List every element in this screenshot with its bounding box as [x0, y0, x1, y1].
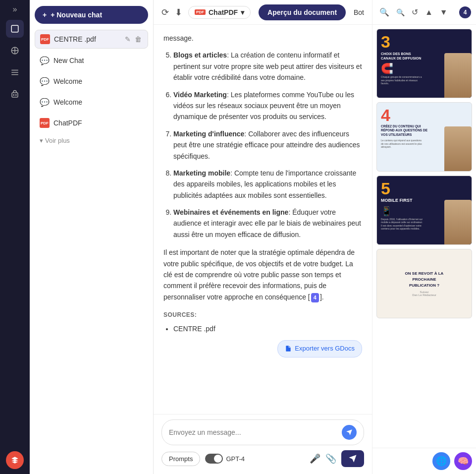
sidebar-icon-bot[interactable] [6, 85, 24, 103]
chatpdf-dropdown[interactable]: PDF ChatPDF ▾ [188, 6, 251, 19]
sources-section: SOURCES: CENTRE .pdf [163, 310, 362, 334]
chat-item-welcome-1[interactable]: 💬 Welcome [35, 72, 148, 90]
page-5-number: 5 [381, 180, 390, 197]
sidebar-bottom-action[interactable] [6, 451, 24, 469]
pdf-icon: PDF [40, 34, 50, 44]
chat-item-label: CENTRE .pdf [54, 35, 96, 43]
voir-plus-arrow: ▾ [40, 137, 43, 144]
chat-item-label-3: Welcome [53, 98, 82, 106]
citation-badge[interactable]: 4 [311, 293, 319, 303]
page-5-text: Depuis 2016, l'utilisation d'Internet su… [381, 218, 423, 231]
page-4-title: CRÉEZ DU CONTENU QUIRÉPOND AUX QUESTIONS… [381, 124, 427, 137]
apercu-button[interactable]: Aperçu du document [259, 4, 346, 20]
next-page-button[interactable]: ▼ [438, 7, 450, 18]
doc-page-5[interactable]: 5 MOBILE FIRST 📱 Depuis 2016, l'utilisat… [376, 176, 472, 245]
item-8-title: Marketing mobile [173, 169, 230, 177]
page-5-phone: 📱 [381, 206, 392, 217]
main-area: ⟳ ⬇ PDF ChatPDF ▾ Aperçu du document Bot… [154, 0, 372, 474]
page-3-magnet: 🧲 [381, 62, 393, 74]
list-item-9: Webinaires et événements en ligne: Éduqu… [173, 207, 362, 240]
source-item: CENTRE .pdf [173, 323, 362, 334]
sources-label: SOURCES: [163, 310, 362, 320]
chat-icon-3: 💬 [40, 97, 50, 107]
chatpdf-label: ChatPDF [209, 8, 238, 16]
item-5-title: Blogs et articles [173, 51, 227, 59]
chat-item-label-4: ChatPDF [53, 119, 82, 127]
doc-page-3[interactable]: 3 CHOIX DES BONSCANAUX DE DIFFUSION 🧲 Ch… [376, 29, 472, 98]
edit-icon[interactable]: ✎ [124, 34, 132, 44]
pdf-icon-2: PDF [40, 118, 50, 128]
model-label: GPT-4 [226, 455, 245, 463]
export-label: Exporter vers GDocs [295, 344, 355, 354]
chat-icon-2: 💬 [40, 76, 50, 86]
export-gdocs-button[interactable]: Exporter vers GDocs [277, 340, 362, 357]
page-4-number: 4 [381, 107, 390, 123]
right-panel-bottom: 🌐 🧠 [372, 448, 476, 474]
zoom-in-button[interactable]: 🔍 [394, 7, 407, 17]
message-input[interactable] [169, 428, 338, 436]
toggle-switch-control[interactable] [205, 454, 223, 464]
sidebar-expand-icon[interactable]: » [13, 5, 17, 14]
chat-item-welcome-2[interactable]: 💬 Welcome [35, 93, 148, 111]
svg-rect-0 [11, 25, 18, 32]
chat-item-label-1: New Chat [53, 57, 84, 64]
chat-list: Blogs et articles: La création de conten… [163, 50, 362, 240]
page-last-subtitle: SuivezDan Le Rédacteur [412, 291, 436, 296]
doc-page-4[interactable]: 4 CRÉEZ DU CONTENU QUIRÉPOND AUX QUESTIO… [376, 102, 472, 172]
list-item-8: Marketing mobile: Compte tenu de l'impor… [173, 168, 362, 201]
chat-item-centre-pdf[interactable]: PDF CENTRE .pdf ✎ 🗑 [35, 30, 148, 49]
chat-item-chatpdf[interactable]: PDF ChatPDF [35, 114, 148, 132]
doc-page-last[interactable]: ON SE REVOIT À LAPROCHAINEPUBLICATION ? … [376, 249, 472, 318]
page-3-number: 3 [381, 33, 390, 50]
svg-point-9 [16, 95, 17, 96]
doc-controls: 🔍 🔍 ↺ ▲ ▼ [377, 6, 450, 18]
model-toggle: GPT-4 [205, 454, 245, 464]
svg-point-8 [13, 95, 14, 96]
mic-icon[interactable]: 🎤 [310, 453, 320, 464]
new-chat-plus: + [43, 11, 47, 19]
page-3-subtitle: Chaque groupe de consommateurs ases prop… [381, 75, 422, 85]
list-item-6: Vidéo Marketing: Les plateformes comme Y… [173, 89, 362, 122]
list-item-5: Blogs et articles: La création de conten… [173, 50, 362, 83]
item-6-title: Vidéo Marketing [173, 91, 227, 99]
chat-item-actions: ✎ 🗑 [124, 34, 143, 44]
prompts-button[interactable]: Prompts [161, 452, 200, 466]
pdf-badge: PDF [195, 9, 206, 15]
new-chat-label: + Nouveau chat [51, 11, 102, 19]
right-panel: 🔍 🔍 ↺ ▲ ▼ 4 3 CHOIX DES BONSCANAUX DE DI… [372, 0, 476, 474]
list-item-7: Marketing d'influence: Collaborer avec d… [173, 128, 362, 162]
left-panel: + + Nouveau chat PDF CENTRE .pdf ✎ 🗑 💬 N… [30, 0, 154, 474]
prev-page-button[interactable]: ▲ [423, 7, 435, 18]
top-bar-controls: ⟳ ⬇ [161, 7, 182, 18]
svg-rect-7 [12, 93, 18, 97]
item-9-title: Webinaires et événements en ligne [173, 208, 288, 216]
conclusion-text: Il est important de noter que la stratég… [163, 247, 362, 302]
voir-plus-label: Voir plus [45, 137, 70, 144]
send-button[interactable] [341, 450, 364, 467]
sidebar-icon-chat[interactable] [6, 20, 24, 38]
message-text: message. Blogs et articles: La création … [163, 33, 362, 357]
zoom-out-button[interactable]: 🔍 [377, 6, 391, 18]
sidebar-icon-grid[interactable] [6, 42, 24, 59]
sidebar: » [0, 0, 30, 474]
top-bar-left: ⟳ ⬇ PDF ChatPDF ▾ [161, 6, 251, 19]
new-chat-button[interactable]: + + Nouveau chat [35, 6, 148, 24]
refresh-icon[interactable]: ⟳ [161, 7, 169, 18]
attach-icon[interactable]: 📎 [325, 453, 336, 464]
input-area: Prompts GPT-4 🎤 📎 [154, 414, 372, 474]
translate-button[interactable]: 🌐 [432, 452, 450, 470]
page-number-badge: 4 [459, 6, 471, 18]
page-last-title: ON SE REVOIT À LAPROCHAINEPUBLICATION ? [405, 271, 444, 289]
rotate-button[interactable]: ↺ [410, 6, 420, 18]
voir-plus[interactable]: ▾ Voir plus [35, 135, 148, 146]
send-circle-button[interactable] [342, 425, 357, 440]
chat-item-new-chat[interactable]: 💬 New Chat [35, 52, 148, 69]
delete-icon[interactable]: 🗑 [134, 34, 143, 44]
doc-preview-header: 🔍 🔍 ↺ ▲ ▼ 4 [372, 0, 476, 25]
download-icon[interactable]: ⬇ [175, 7, 182, 18]
brain-button[interactable]: 🧠 [454, 452, 472, 470]
bot-label: Bot [354, 8, 364, 16]
sidebar-icon-list[interactable] [6, 63, 24, 81]
chat-icon-1: 💬 [40, 56, 50, 65]
page-5-title: MOBILE FIRST [381, 198, 413, 204]
